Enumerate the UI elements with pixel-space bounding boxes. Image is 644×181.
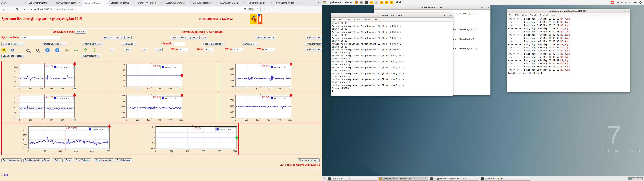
spectrum-chart-aida06[interactable]: 7000750080008500900002004006008001000465… [2,92,109,123]
zoom-level-badge[interactable]: 90% [248,8,254,11]
channel-input[interactable] [174,42,186,46]
browser-tab-asic-control-car[interactable]: ASIC Control @ car× [273,0,301,6]
taskbar-button-npg-carme-gsi-tapedata-g22-201[interactable]: >_npg@carme-gsi:/TapeData/G22-201 [429,177,479,181]
reload-button[interactable]: ↻ [14,7,19,11]
spectrum-chart-aida16[interactable]: 1.00.50.0-0.5-1.002004006008001000465 (0… [131,123,239,154]
merger-terminal-body[interactable]: link 5 GO (1)Action has completed: Merge… [331,22,453,96]
browser-tab-run-control-carm[interactable]: Run Control @ carm× [55,0,82,6]
menu-file[interactable]: File [509,14,512,16]
menu-view[interactable]: View [522,14,526,16]
tab-close-icon[interactable]: × [134,2,135,4]
arrow-left-icon[interactable]: ⇦ [65,48,70,53]
reset-button[interactable]: Reset [64,158,72,162]
browser-tab-spectrum-browser[interactable]: Spectrum Browser× [82,0,109,6]
tapedata-terminal-body[interactable]: -rw-r--r--. 1 npg npg 45K May 29 18:18 R… [507,17,630,92]
menu-search[interactable]: Search [353,18,360,21]
notification-icon[interactable]: ◆▶ [611,1,614,4]
tapedata-window-titlebar[interactable]: npg@carme-gsi:/TapeData/G22-201 – □ × [507,9,630,13]
window-maximize-icon[interactable]: ▫ [312,2,313,4]
new-button[interactable]: new [124,48,131,52]
reload-button[interactable]: Reload [53,158,62,162]
arrow-down-icon[interactable]: ⇩ [92,48,97,53]
browser-tab-system-wide-check[interactable]: System wide Check× [164,0,191,6]
taskbar-button-merger-tape-httpd[interactable]: >_Merger/Tape HTTPd [480,177,530,181]
aida-window-titlebar[interactable]: AIDA MIDAS HTTPd – □ × [374,5,490,10]
network-status-icon[interactable]: ▫▫? [629,1,632,4]
clock[interactable]: Sat 12:58 [616,1,626,4]
spectrum-chart-aida15[interactable]: 7000750080008500900002004006008001000465… [2,123,131,154]
tab-close-icon[interactable]: × [216,2,217,4]
xmax-input[interactable] [204,48,214,52]
midas-app-icon[interactable]: M [370,1,373,4]
browser-tab-experiment-contro[interactable]: Experiment Contro× [27,0,55,6]
radiation-icon[interactable]: ☢ [1,48,6,52]
spectrum-chart-aida01[interactable]: 7000750080008500900002004006008001000465… [2,61,109,92]
taskbar-button-aida-midas-httpd[interactable]: >_AIDA MIDAS HTTPd [327,177,377,181]
new-tab-button[interactable]: + [301,0,304,6]
circle-down-icon[interactable]: ▼ [45,48,50,53]
zoom-in-icon[interactable]: + [25,48,30,53]
window-tapedata-terminal[interactable]: npg@carme-gsi:/TapeData/G22-201 – □ × Fi… [507,9,630,92]
circle-up-icon[interactable]: ▲ [55,48,60,53]
show-log-window-button[interactable]: Show Log Window [94,158,114,162]
spectrum-chart-aida02[interactable]: 1.00.50.0-0.5-1.002004006008001000465 (0… [109,61,218,92]
minimize-icon[interactable]: – [444,14,445,16]
refresh-icon[interactable]: ↻ [10,48,15,53]
update-button[interactable]: Update [178,36,187,40]
layout-id-7-select[interactable]: Layout ID=7▼ [242,42,258,46]
tab-close-icon[interactable]: × [79,2,80,4]
zero-button[interactable]: Zero [200,36,207,40]
tab-close-icon[interactable]: × [24,2,26,4]
places-menu[interactable]: Places [344,1,353,4]
spectrum-chart-aida05[interactable]: 700075008000850002004006008001000465 (77… [218,61,320,92]
home-link[interactable]: Home [1,173,8,176]
toolbar-overflow-icon[interactable]: » [265,8,266,11]
multi-button[interactable]: multi [124,36,132,40]
menu-edit[interactable]: Edit [515,14,519,16]
browser-tab-control-carme-g[interactable]: Control @ carme-g× [137,0,164,6]
tab-close-icon[interactable]: × [106,2,108,4]
url-bar[interactable]: o= localhost:8015/Spectrum/Spectrum.tml … [21,7,260,12]
maximize-icon[interactable]: □ [485,6,486,8]
workspace-3[interactable] [636,178,639,180]
minimize-icon[interactable]: – [621,10,622,12]
x-button[interactable]: x [110,48,114,52]
firefox-launcher-icon[interactable] [355,1,358,4]
tab-close-icon[interactable]: × [52,2,53,4]
spectra-functions-select[interactable]: Spectra functions▼ [255,36,276,40]
tags-fits-select[interactable]: Tags & Fits▼ [122,42,137,46]
arrange-functions-select[interactable]: Arrange functions▼ [42,42,66,46]
url-text[interactable]: localhost:8015/Spectrum/Spectrum.tml [34,8,76,10]
midas-app-icon[interactable]: M [380,1,383,4]
browser-tab-aida[interactable]: AIDA× [0,0,27,6]
merger-window-titlebar[interactable]: Merger/Tape HTTPd – □ × [331,13,453,18]
send-log-window-to-elog-button[interactable]: Send Log Window to ELog [24,158,50,162]
show-desktop-icon[interactable] [323,177,326,180]
what-are-these--button[interactable]: What are these? [305,42,322,46]
browser-tab-statistics-carme[interactable]: Statistics @ carme× [109,0,137,6]
workspace-switcher[interactable] [628,178,643,180]
menu-file[interactable]: File [332,18,336,21]
workspace-4[interactable] [639,178,643,180]
how-to-use-this-page-button[interactable]: How to use this page [298,158,320,162]
empty-log-window-button[interactable]: Empty Log Window [1,158,22,162]
tab-close-icon[interactable]: × [298,2,299,4]
menu-terminal[interactable]: Terminal [540,14,548,16]
taskbar-button-spectrum-browser-carme-gsi-[interactable]: Spectrum Browser @ carme-gsi ... [378,177,428,181]
arrow-up-icon[interactable]: ⇧ [83,48,88,53]
show-button[interactable]: Show [170,36,178,40]
applications-menu[interactable]: Applications [328,1,342,4]
menu-help[interactable]: Help [551,14,556,16]
tab-close-icon[interactable]: × [161,2,162,4]
spectrum-chart-aida12[interactable]: 700075008000850002004006008001000465 (79… [218,92,320,123]
linear-button[interactable]: linear [155,48,162,52]
browser-tab-gsi-white-rabbit-t[interactable]: GSI White Rabbit T× [191,0,219,6]
show-variables-button[interactable]: Show Variables [74,158,91,162]
menu-search[interactable]: Search [530,14,536,16]
all-button[interactable]: all [142,48,147,52]
menu-hamburger-icon[interactable]: ☰ [271,7,273,11]
terminal-launcher-icon[interactable]: >_ [365,1,368,4]
back-button[interactable]: ← [2,7,6,11]
menu-terminal[interactable]: Terminal [364,18,372,21]
bookmark-star-icon[interactable]: ☆ [256,8,259,11]
